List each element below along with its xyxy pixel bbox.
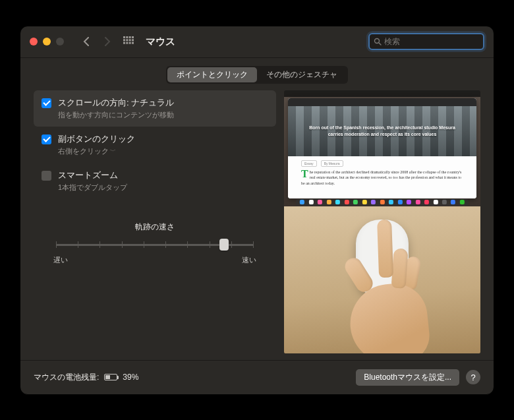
tab-point-and-click[interactable]: ポイントとクリック (167, 67, 257, 82)
svg-rect-6 (129, 39, 131, 41)
options-pane: スクロールの方向: ナチュラル 指を動かす方向にコンテンツが移動 副ボタンのクリ… (34, 90, 276, 353)
option-subtitle: 1本指でダブルタップ (58, 183, 127, 193)
option-title: 副ボタンのクリック (58, 133, 135, 145)
option-title: スマートズーム (58, 169, 127, 181)
option-smart-zoom[interactable]: スマートズーム 1本指でダブルタップ (34, 163, 276, 199)
checkbox-scroll-direction[interactable] (42, 98, 51, 108)
battery-icon (104, 374, 119, 380)
option-title: スクロールの方向: ナチュラル (58, 97, 174, 109)
bluetooth-setup-button[interactable]: Bluetoothマウスを設定... (356, 369, 459, 386)
svg-rect-8 (123, 42, 125, 44)
search-icon (374, 38, 382, 45)
svg-rect-3 (132, 36, 134, 38)
option-secondary-click[interactable]: 副ボタンのクリック 右側をクリック ﹀ (34, 127, 276, 163)
slider-min-label: 遅い (53, 255, 68, 265)
svg-point-12 (375, 39, 380, 44)
preview-screen: Born out of the Spanish recession, the a… (284, 90, 480, 206)
segmented-control: ポイントとクリック その他のジェスチャ (166, 66, 348, 84)
svg-rect-0 (123, 36, 125, 38)
titlebar: マウス (20, 26, 494, 58)
option-subtitle: 指を動かす方向にコンテンツが移動 (58, 110, 174, 120)
window-controls (30, 38, 64, 45)
svg-rect-5 (126, 39, 128, 41)
system-preferences-window: マウス ポイントとクリック その他のジェスチャ スクロールの方向: ナチュラル … (20, 26, 494, 395)
chevron-down-icon: ﹀ (110, 147, 116, 156)
search-field[interactable] (368, 33, 484, 50)
option-list: スクロールの方向: ナチュラル 指を動かす方向にコンテンツが移動 副ボタンのクリ… (34, 90, 276, 199)
tracking-speed-block: 軌跡の速さ 遅い 速い (34, 222, 276, 265)
option-scroll-direction[interactable]: スクロールの方向: ナチュラル 指を動かす方向にコンテンツが移動 (34, 90, 276, 127)
content-area: スクロールの方向: ナチュラル 指を動かす方向にコンテンツが移動 副ボタンのクリ… (20, 90, 494, 360)
slider-label: 軌跡の速さ (53, 222, 256, 233)
preview-hero-text: Born out of the Spanish recession, the a… (308, 125, 457, 136)
show-all-icon[interactable] (123, 36, 134, 47)
svg-rect-7 (132, 39, 134, 41)
svg-line-13 (379, 43, 381, 45)
battery-label: マウスの電池残量: (34, 372, 99, 383)
back-button[interactable] (78, 34, 94, 49)
gesture-preview: Born out of the Spanish recession, the a… (284, 90, 480, 353)
svg-rect-9 (126, 42, 128, 44)
footer: マウスの電池残量: 39% Bluetoothマウスを設定... ? (20, 360, 494, 394)
window-title: マウス (146, 36, 175, 48)
minimize-button[interactable] (43, 38, 51, 45)
checkbox-secondary-click[interactable] (42, 135, 51, 144)
preview-article-text: he reputation of the architect declined … (301, 170, 461, 185)
svg-rect-11 (132, 42, 134, 44)
slider-max-label: 速い (242, 255, 256, 265)
tab-bar: ポイントとクリック その他のジェスチャ (20, 58, 494, 90)
svg-rect-2 (129, 36, 131, 38)
search-input[interactable] (384, 37, 479, 46)
forward-button (100, 34, 115, 49)
preview-hand (284, 206, 480, 353)
svg-rect-1 (126, 36, 128, 38)
checkbox-smart-zoom[interactable] (42, 171, 51, 181)
svg-rect-4 (123, 39, 125, 41)
option-subtitle-dropdown[interactable]: 右側をクリック ﹀ (58, 146, 135, 156)
zoom-button (56, 38, 64, 45)
battery-percentage: 39% (123, 373, 138, 382)
close-button[interactable] (30, 38, 38, 45)
tab-more-gestures[interactable]: その他のジェスチャ (257, 67, 347, 82)
preview-dock (296, 199, 469, 206)
help-button[interactable]: ? (466, 370, 480, 384)
slider-knob[interactable] (219, 239, 229, 251)
svg-rect-10 (129, 42, 131, 44)
preview-browser: Born out of the Spanish recession, the a… (288, 98, 476, 198)
tracking-speed-slider[interactable] (56, 238, 254, 251)
